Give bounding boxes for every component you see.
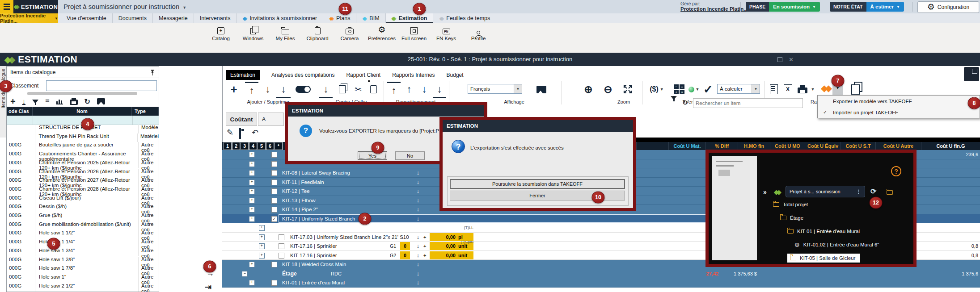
- menu-item-export-takeoff[interactable]: Exporter le modèle vers TAKEOFF: [818, 96, 980, 107]
- dialog-title[interactable]: ESTIMATION: [288, 105, 484, 117]
- grid-column-header-co-t-u-mo[interactable]: Coût U MO: [770, 142, 805, 150]
- down-arrow-icon[interactable]: ↓: [414, 242, 422, 251]
- catalog-row[interactable]: 000GHole saw 1 3/8"Autre coû: [7, 257, 159, 266]
- catalog-row[interactable]: 000GBouteilles jaune de gaz a souderAutr…: [7, 142, 159, 151]
- column-number[interactable]: 4: [249, 142, 257, 150]
- grid-filter-icon[interactable]: [671, 100, 677, 108]
- report-document-icon[interactable]: [768, 82, 780, 97]
- managed-by-link[interactable]: Protection Incendie Platin...: [680, 6, 748, 12]
- plan-thumbnail[interactable]: [712, 156, 757, 260]
- down-arrow-icon[interactable]: ↓: [414, 233, 422, 242]
- grid-row-kit-01-entr-e-d-eau-mural[interactable]: +KIT-01 | Entrée d'eau Mural↓: [222, 278, 980, 288]
- row-checkbox[interactable]: [271, 198, 277, 204]
- menu-rapports-internes[interactable]: Rapports Internes: [392, 72, 435, 78]
- column-header-code[interactable]: ode Clas: [7, 107, 33, 116]
- column-header-type[interactable]: Type: [132, 107, 159, 116]
- panel-layout-icon[interactable]: [964, 67, 979, 81]
- row-checkbox[interactable]: [279, 253, 284, 259]
- grid-column-header-co-t-u-fin-g[interactable]: Coût U fin.G: [921, 142, 980, 150]
- tab-messagerie[interactable]: Messagerie: [153, 13, 194, 23]
- catalog-row[interactable]: 000GHole saw 1 3/4"Autre coû: [7, 248, 159, 257]
- collapse-chevrons-icon[interactable]: »: [763, 188, 767, 196]
- catalog-row[interactable]: 000GChambre et Pension 2026 (Allez-Retou…: [7, 169, 159, 178]
- catalog-row[interactable]: Thrend Type NH Pin Rack UnitMatériel: [7, 133, 159, 142]
- catalog-row[interactable]: 000GCiseau Lift ($/jour)Autre coû: [7, 195, 159, 204]
- tab-plans[interactable]: ◆◆Plans: [323, 13, 356, 23]
- tab-intervenants[interactable]: Intervenants: [194, 13, 237, 23]
- classement-input[interactable]: [46, 80, 157, 91]
- menu-analyses-des-compilations[interactable]: Analyses des compilations: [271, 72, 334, 78]
- grid-row-tage[interactable]: −ÉtageRDC27,421 375,63 $↓1 375,6: [222, 269, 980, 279]
- group-cell[interactable]: G2: [387, 251, 399, 260]
- grid-refresh-icon[interactable]: ↻: [682, 99, 688, 107]
- column-number[interactable]: 3: [241, 142, 249, 150]
- row-checkbox[interactable]: ✓: [271, 216, 277, 222]
- zoom-out-icon[interactable]: ⊖: [601, 82, 615, 97]
- column-number[interactable]: 5: [258, 142, 266, 150]
- row-checkbox[interactable]: [279, 234, 284, 240]
- undo-icon[interactable]: ↶: [252, 128, 258, 138]
- tree-expand-icon[interactable]: +: [249, 179, 255, 185]
- insert-above-icon[interactable]: ↑: [245, 82, 258, 98]
- tree-expand-icon[interactable]: +: [249, 262, 255, 267]
- catalog-row[interactable]: 000GDessin ($/h)Autre coû: [7, 204, 159, 213]
- down-arrow-icon[interactable]: ↓: [414, 214, 422, 224]
- grid-column-header-co-t-u-quiv[interactable]: Coût U Équiv: [805, 142, 841, 150]
- row-checkbox[interactable]: [271, 188, 277, 194]
- move-up-icon[interactable]: ↑: [402, 82, 416, 97]
- row-checkbox[interactable]: [271, 179, 277, 185]
- dock-item-full-screen[interactable]: Full screen: [398, 25, 430, 41]
- dock-item-my-files[interactable]: My Files: [269, 25, 301, 41]
- grid-column-header-co-t-u-mat[interactable]: Coût U Mat.: [668, 142, 705, 150]
- tab-bim[interactable]: ◆◆BIM: [356, 13, 385, 23]
- print-report-icon[interactable]: [796, 82, 809, 97]
- down-arrow-icon[interactable]: ↓: [414, 269, 422, 279]
- search-input[interactable]: [693, 98, 803, 108]
- plus-icon[interactable]: +: [423, 251, 426, 260]
- pin-icon[interactable]: [150, 69, 155, 75]
- tab-feuilles-de-temps[interactable]: ◆◆Feuilles de temps: [433, 13, 496, 23]
- dock-item-windows[interactable]: Windows: [237, 25, 269, 41]
- tree-expand-icon[interactable]: +: [259, 253, 265, 259]
- edit-pencil-icon[interactable]: ✎: [227, 128, 233, 138]
- print-icon[interactable]: [70, 98, 78, 105]
- tree-expand-icon[interactable]: +: [249, 170, 255, 176]
- move-down-icon[interactable]: ↓: [418, 82, 431, 97]
- refresh-icon[interactable]: ↻: [84, 97, 90, 106]
- dock-item-fn-keys[interactable]: FNFN Keys: [430, 25, 462, 41]
- tree-item-tage[interactable]: Étage: [780, 215, 803, 221]
- move-top-icon[interactable]: ↑: [387, 82, 401, 98]
- grid-column-header-diff[interactable]: % Diff: [705, 142, 738, 150]
- catalog-row[interactable]: 000GGrue ($/h)Autre coû: [7, 213, 159, 221]
- dock-item-camera[interactable]: Camera: [334, 25, 366, 41]
- down-arrow-icon[interactable]: ↓: [414, 196, 422, 205]
- chevron-down-icon[interactable]: ▼: [810, 82, 815, 97]
- menu-budget[interactable]: Budget: [447, 72, 464, 78]
- zoom-fit-icon[interactable]: [621, 82, 635, 97]
- zero-cell[interactable]: 0: [400, 251, 410, 259]
- dock-panel-arrow-icon[interactable]: ⇥: [205, 282, 211, 292]
- zoom-in-icon[interactable]: ⊕: [581, 82, 596, 97]
- dock-item-preferences[interactable]: ⚙Preferences: [366, 25, 398, 41]
- import-icon[interactable]: ↓: [22, 98, 26, 105]
- yes-button[interactable]: Yes: [358, 151, 387, 160]
- grid-column-header-co-t-u-autre[interactable]: Coût U Autre: [875, 142, 921, 150]
- copy-icon[interactable]: [335, 82, 349, 97]
- catalog-row[interactable]: 000GGrue mobilisation-démobilisation ($/…: [7, 221, 159, 230]
- down-arrow-icon[interactable]: ↓: [414, 187, 422, 196]
- quantity-cell[interactable]: 0,00unit: [430, 251, 473, 259]
- tree-item-kit-05-salle-de-gicleur[interactable]: KIT-05 | Salle de Gicleur: [787, 254, 860, 263]
- dock-item-profile[interactable]: Profile: [462, 25, 494, 41]
- menu-estimation[interactable]: Estimation: [226, 70, 260, 80]
- minimize-button[interactable]: —: [765, 56, 771, 63]
- new-window-icon[interactable]: [848, 82, 863, 97]
- grid-column-header-h-mo-fin[interactable]: H.MO fin: [738, 142, 770, 150]
- group-cell[interactable]: G1: [387, 242, 399, 251]
- toggle-switch[interactable]: [294, 82, 312, 97]
- tree-expand-icon[interactable]: +: [259, 243, 265, 249]
- sheet-tab-next[interactable]: A: [258, 113, 284, 126]
- menu-rapport-client[interactable]: Rapport Client: [346, 72, 380, 78]
- catalog-side-tab[interactable]: Items du catalogue: [0, 66, 7, 138]
- move-bottom-icon[interactable]: ↓: [433, 82, 446, 98]
- catalog-row[interactable]: 000GHole saw 1"Autre coû: [7, 274, 159, 283]
